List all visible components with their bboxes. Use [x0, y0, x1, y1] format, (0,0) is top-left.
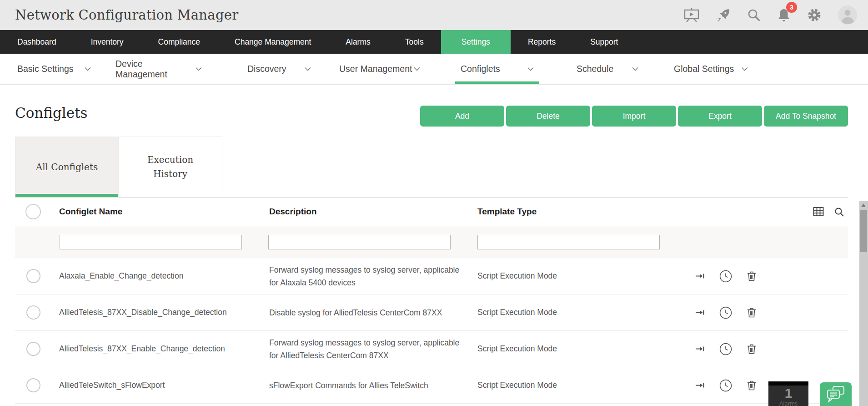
- chevron-down-icon: [85, 67, 91, 71]
- alarms-count: 1: [768, 386, 808, 401]
- nav-item-alarms[interactable]: Alarms: [328, 30, 387, 54]
- grid-view-icon[interactable]: [813, 206, 824, 217]
- table-row: Alaxala_Enable_Change_detection Forward …: [15, 258, 848, 294]
- delete-trash-icon[interactable]: [747, 308, 756, 318]
- subnav-item-user-management[interactable]: User Management: [334, 54, 426, 84]
- nav-item-support[interactable]: Support: [573, 30, 635, 54]
- nav-item-tools[interactable]: Tools: [388, 30, 441, 54]
- user-avatar[interactable]: [838, 5, 857, 25]
- chevron-down-icon: [414, 67, 420, 71]
- column-header-description: Description: [269, 207, 477, 217]
- export-button[interactable]: Export: [678, 106, 762, 127]
- delete-trash-icon[interactable]: [747, 344, 756, 354]
- scroll-up-arrow-icon[interactable]: [861, 203, 866, 207]
- delete-trash-icon[interactable]: [747, 381, 756, 391]
- subnav-item-configlets[interactable]: Configlets: [455, 54, 539, 84]
- configlet-template-type: Script Execution Mode: [477, 344, 634, 354]
- configlet-template-type: Script Execution Mode: [477, 381, 634, 390]
- main-nav: Dashboard Inventory Compliance Change Ma…: [0, 30, 868, 54]
- chevron-down-icon: [196, 67, 202, 71]
- row-checkbox[interactable]: [26, 305, 40, 320]
- chevron-down-icon: [742, 67, 748, 71]
- alarms-label: Alarms: [768, 401, 808, 406]
- configlet-name: Alaxala_Enable_Change_detection: [59, 271, 269, 281]
- column-header-template-type: Template Type: [477, 207, 634, 217]
- configlet-template-type: Script Execution Mode: [477, 271, 634, 281]
- chat-bubbles-icon: [826, 385, 845, 403]
- search-icon[interactable]: [747, 8, 761, 22]
- rocket-icon[interactable]: [716, 8, 731, 22]
- tab-all-configlets[interactable]: All Configlets: [15, 137, 119, 197]
- configlet-template-type: Script Execution Mode: [477, 308, 634, 317]
- execute-configlet-icon[interactable]: [696, 381, 704, 389]
- nav-item-compliance[interactable]: Compliance: [141, 30, 217, 54]
- scrollbar-thumb[interactable]: [860, 210, 867, 252]
- chat-button[interactable]: [820, 382, 852, 406]
- filter-configlet-name-input[interactable]: [60, 235, 242, 249]
- table-row: AlliedTelesis_87XX_Enable_Change_detecti…: [15, 331, 848, 367]
- nav-item-change-management[interactable]: Change Management: [217, 30, 328, 54]
- table-row: AlliedTeleSwitch_sFlowExport sFlowExport…: [15, 367, 848, 404]
- nav-item-reports[interactable]: Reports: [511, 30, 573, 54]
- row-checkbox[interactable]: [26, 342, 40, 356]
- subnav-item-basic-settings[interactable]: Basic Settings: [12, 54, 96, 84]
- chevron-down-icon: [632, 67, 638, 71]
- page-title: Configlets: [15, 105, 88, 121]
- filter-row: [15, 226, 848, 258]
- schedule-clock-icon[interactable]: [719, 270, 732, 283]
- subnav-item-global-settings[interactable]: Global Settings: [668, 54, 753, 84]
- tabs-strip: All Configlets Execution History: [15, 137, 848, 198]
- subnav-item-device-management[interactable]: Device Management: [110, 54, 207, 84]
- column-header-configlet-name: Configlet Name: [59, 207, 269, 217]
- app-title: Network Configuration Manager: [15, 7, 238, 23]
- configlet-description: Forward syslog messages to syslog server…: [269, 264, 467, 289]
- nav-item-settings[interactable]: Settings: [441, 30, 511, 54]
- row-checkbox[interactable]: [26, 269, 40, 283]
- subnav-item-schedule[interactable]: Schedule: [571, 54, 644, 84]
- subnav-item-discovery[interactable]: Discovery: [242, 54, 316, 84]
- tab-execution-history[interactable]: Execution History: [119, 137, 222, 197]
- nav-item-dashboard[interactable]: Dashboard: [0, 30, 74, 54]
- filter-template-type-input[interactable]: [477, 235, 660, 249]
- settings-subnav: Basic Settings Device Management Discove…: [0, 54, 868, 85]
- schedule-clock-icon[interactable]: [719, 343, 732, 355]
- delete-button[interactable]: Delete: [506, 106, 590, 127]
- configlet-name: AlliedTelesis_87XX_Enable_Change_detecti…: [59, 344, 269, 354]
- vertical-scrollbar[interactable]: [859, 201, 868, 406]
- column-search-icon[interactable]: [834, 207, 844, 217]
- schedule-clock-icon[interactable]: [719, 379, 732, 392]
- add-to-snapshot-button[interactable]: Add To Snapshot: [764, 106, 848, 127]
- table-row: AlliedTelesis_87XX_Disable_Change_detect…: [15, 294, 848, 331]
- row-checkbox[interactable]: [26, 378, 40, 392]
- alarms-widget[interactable]: 1 Alarms: [768, 381, 808, 406]
- presentation-play-icon[interactable]: [683, 8, 700, 22]
- schedule-clock-icon[interactable]: [719, 306, 732, 319]
- notifications-bell-icon[interactable]: 3: [777, 8, 791, 22]
- delete-trash-icon[interactable]: [747, 271, 756, 281]
- execute-configlet-icon[interactable]: [696, 309, 704, 316]
- page-head: Configlets Add Delete Import Export Add …: [0, 85, 868, 137]
- execute-configlet-icon[interactable]: [696, 345, 704, 353]
- configlet-name: AlliedTeleSwitch_sFlowExport: [59, 381, 269, 390]
- add-button[interactable]: Add: [420, 106, 504, 127]
- table-header: Configlet Name Description Template Type: [15, 198, 848, 226]
- topbar: Network Configuration Manager: [0, 0, 868, 30]
- select-all-checkbox[interactable]: [25, 204, 41, 219]
- execute-configlet-icon[interactable]: [696, 272, 704, 280]
- nav-item-inventory[interactable]: Inventory: [74, 30, 141, 54]
- configlet-name: AlliedTelesis_87XX_Disable_Change_detect…: [59, 308, 269, 317]
- settings-gear-icon[interactable]: [807, 8, 822, 22]
- configlet-description: sFlowExport Commands for Allies TeleSwit…: [269, 379, 467, 392]
- notification-badge: 3: [786, 2, 797, 13]
- page-actions: Add Delete Import Export Add To Snapshot: [420, 106, 848, 127]
- topbar-icons: 3: [683, 5, 857, 25]
- configlet-description: Disable syslog for AlliedTelesis CenterC…: [269, 306, 467, 319]
- import-button[interactable]: Import: [592, 106, 676, 127]
- chevron-down-icon: [527, 67, 534, 71]
- filter-description-input[interactable]: [268, 235, 451, 249]
- configlet-description: Forward syslog messages to syslog server…: [269, 336, 467, 362]
- chevron-down-icon: [305, 67, 311, 71]
